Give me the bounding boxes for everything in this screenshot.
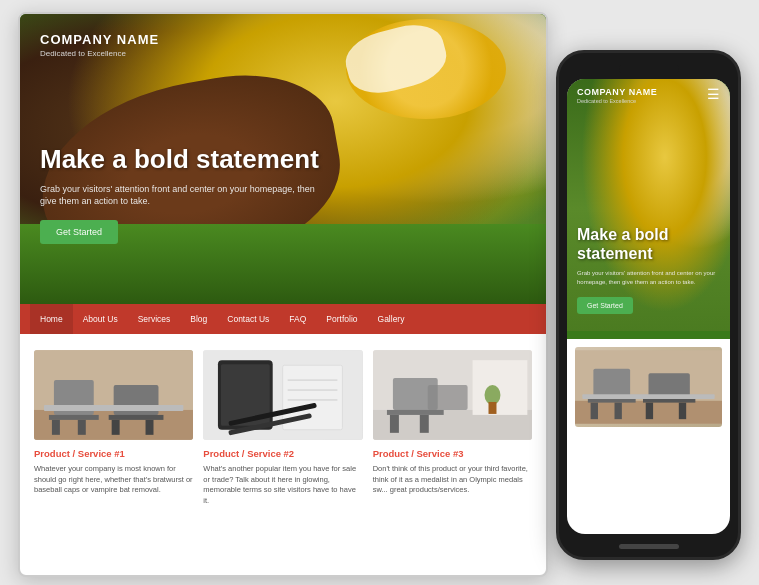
mobile-product-section bbox=[567, 339, 730, 440]
svg-rect-36 bbox=[649, 373, 690, 398]
company-name: COMPANY NAME bbox=[40, 32, 159, 47]
nav-item-portfolio[interactable]: Portfolio bbox=[316, 304, 367, 334]
product-title-1: Product / Service #1 bbox=[34, 448, 193, 459]
product-title-2: Product / Service #2 bbox=[203, 448, 362, 459]
mobile-hero: COMPANY NAME Dedicated to Excellence ☰ M… bbox=[567, 79, 730, 339]
svg-rect-5 bbox=[78, 420, 86, 435]
mobile-company-name: COMPANY NAME bbox=[577, 87, 657, 97]
svg-rect-7 bbox=[109, 415, 164, 420]
product-desc-3: Don't think of this product or your thir… bbox=[373, 464, 532, 496]
desktop-navbar: Home About Us Services Blog Contact Us F… bbox=[20, 304, 546, 334]
product-title-3: Product / Service #3 bbox=[373, 448, 532, 459]
svg-rect-8 bbox=[112, 420, 120, 435]
nav-item-contact[interactable]: Contact Us bbox=[217, 304, 279, 334]
hero-content: Make a bold statement Grab your visitors… bbox=[40, 144, 526, 244]
svg-rect-10 bbox=[44, 405, 183, 411]
nav-item-gallery[interactable]: Gallery bbox=[368, 304, 415, 334]
svg-rect-29 bbox=[427, 385, 467, 410]
svg-rect-40 bbox=[582, 394, 714, 399]
svg-rect-27 bbox=[390, 415, 399, 433]
svg-rect-26 bbox=[387, 410, 444, 415]
product-card-2: Product / Service #2 What's another popu… bbox=[203, 350, 362, 506]
mobile-company-tagline: Dedicated to Excellence bbox=[577, 98, 657, 104]
svg-rect-34 bbox=[591, 403, 598, 420]
hamburger-menu-icon[interactable]: ☰ bbox=[707, 87, 720, 101]
mobile-mockup: COMPANY NAME Dedicated to Excellence ☰ M… bbox=[556, 50, 741, 560]
desktop-mockup: COMPANY NAME Dedicated to Excellence Mak… bbox=[18, 12, 548, 577]
scene: COMPANY NAME Dedicated to Excellence Mak… bbox=[0, 0, 759, 585]
mobile-hero-subtitle: Grab your visitors' attention front and … bbox=[577, 269, 720, 286]
nav-item-home[interactable]: Home bbox=[30, 304, 73, 334]
product-image-1 bbox=[34, 350, 193, 440]
mobile-company-info: COMPANY NAME Dedicated to Excellence bbox=[577, 87, 657, 104]
mobile-grass-strip bbox=[567, 331, 730, 339]
product-desc-2: What's another popular item you have for… bbox=[203, 464, 362, 506]
svg-rect-39 bbox=[679, 403, 686, 420]
product-card-1: Product / Service #1 Whatever your compa… bbox=[34, 350, 193, 506]
mobile-product-image bbox=[575, 347, 722, 427]
svg-rect-32 bbox=[593, 369, 630, 398]
nav-item-about[interactable]: About Us bbox=[73, 304, 128, 334]
mobile-home-indicator bbox=[619, 544, 679, 549]
svg-rect-28 bbox=[419, 415, 428, 433]
company-tagline: Dedicated to Excellence bbox=[40, 49, 159, 58]
nav-item-services[interactable]: Services bbox=[128, 304, 181, 334]
svg-rect-35 bbox=[615, 403, 622, 420]
hero-subtitle: Grab your visitors' attention front and … bbox=[40, 183, 320, 208]
svg-rect-4 bbox=[52, 420, 60, 435]
desktop-hero: COMPANY NAME Dedicated to Excellence Mak… bbox=[20, 14, 546, 304]
mobile-notch bbox=[619, 65, 679, 73]
mobile-hero-cta-button[interactable]: Get Started bbox=[577, 297, 633, 314]
product-image-2 bbox=[203, 350, 362, 440]
hero-cta-button[interactable]: Get Started bbox=[40, 220, 118, 244]
mobile-hero-content: Make a bold statement Grab your visitors… bbox=[577, 225, 720, 314]
svg-rect-9 bbox=[146, 420, 154, 435]
product-image-3 bbox=[373, 350, 532, 440]
hero-title: Make a bold statement bbox=[40, 144, 526, 175]
product-card-3: Product / Service #3 Don't think of this… bbox=[373, 350, 532, 506]
nav-item-faq[interactable]: FAQ bbox=[279, 304, 316, 334]
company-info: COMPANY NAME Dedicated to Excellence bbox=[40, 32, 159, 58]
svg-rect-24 bbox=[488, 402, 496, 414]
products-section: Product / Service #1 Whatever your compa… bbox=[20, 334, 546, 522]
svg-rect-3 bbox=[49, 415, 99, 420]
mobile-hero-title: Make a bold statement bbox=[577, 225, 720, 263]
nav-item-blog[interactable]: Blog bbox=[180, 304, 217, 334]
product-desc-1: Whatever your company is most known for … bbox=[34, 464, 193, 496]
mobile-header: COMPANY NAME Dedicated to Excellence ☰ bbox=[577, 87, 720, 104]
svg-rect-38 bbox=[646, 403, 653, 420]
svg-rect-22 bbox=[472, 360, 527, 415]
mobile-screen: COMPANY NAME Dedicated to Excellence ☰ M… bbox=[567, 79, 730, 534]
